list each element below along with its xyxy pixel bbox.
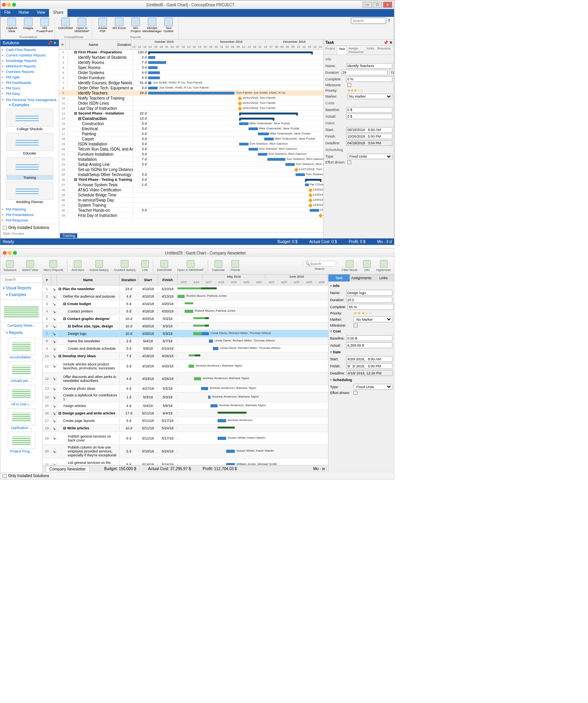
- gantt-row[interactable]: 25Install/Setup Other Technology3 dTom S…: [59, 172, 323, 177]
- gantt-bar[interactable]: [249, 127, 258, 130]
- thumbnail[interactable]: Project Prog...: [8, 432, 35, 454]
- thumbnail[interactable]: College Shedule: [6, 109, 53, 131]
- task-name[interactable]: Create and distribute schedule: [57, 346, 120, 351]
- thumbnail[interactable]: Actuals per ...: [8, 361, 35, 383]
- checkbox-icon[interactable]: [3, 474, 7, 478]
- gantt-row[interactable]: 24Set-up ISDNs for Long Distance11/27/20…: [59, 167, 323, 172]
- gantt-row[interactable]: 10Notify Teachers of Training10/31/2018;…: [59, 96, 323, 101]
- tab-home[interactable]: Home: [15, 9, 33, 17]
- flag-icon[interactable]: ↘: [51, 449, 57, 454]
- zoom-control[interactable]: Mo - w: [313, 467, 325, 471]
- toolbar-button[interactable]: Select View: [20, 259, 40, 272]
- toolbar-button[interactable]: Indent task(s): [88, 259, 110, 272]
- toolbar-button[interactable]: Info: [361, 259, 372, 272]
- tp-tab-assign[interactable]: Assign Resources: [347, 46, 365, 54]
- task-name[interactable]: Last Day of Instruction: [73, 106, 133, 111]
- tp-tab-resource[interactable]: Resource: [376, 46, 392, 54]
- gantt-bar[interactable]: [148, 51, 313, 53]
- ribbon-button[interactable]: DIAGRAM: [58, 18, 73, 33]
- gantt-bar[interactable]: [209, 340, 213, 343]
- gantt-row[interactable]: 13⊟ Second Phase - Installation22 d: [59, 111, 323, 116]
- gantt-row[interactable]: 5Order Systems4 d: [59, 70, 323, 75]
- task-name[interactable]: List general services on the back cover: [57, 460, 120, 465]
- gantt-row[interactable]: 6↘⊟ Define size, type, design10 d4/20/18…: [43, 323, 328, 330]
- ribbon-button[interactable]: Mindjet MindManager: [145, 18, 160, 33]
- gantt-bar[interactable]: [226, 463, 235, 465]
- toolbar-button[interactable]: Solutions: [2, 259, 18, 272]
- task-name[interactable]: Develop photo ideas: [57, 386, 120, 391]
- col-duration[interactable]: Duration: [120, 274, 138, 285]
- flag-icon[interactable]: ↘: [51, 419, 57, 423]
- mac-traffic-lights[interactable]: [3, 251, 17, 255]
- task-name[interactable]: Create page layouts: [57, 418, 120, 423]
- milestone-icon[interactable]: [318, 213, 323, 218]
- gantt-row[interactable]: 10↘⊟ Develop story ideas7 d4/18/184/26/1…: [43, 352, 328, 360]
- flag-icon[interactable]: ↘: [51, 411, 57, 416]
- flag-icon[interactable]: ↘: [51, 287, 57, 291]
- gantt-row[interactable]: 12Last Day of Instruction10/31/2018; Tom…: [59, 106, 323, 111]
- milestone-icon[interactable]: [238, 96, 242, 100]
- task-name[interactable]: Identify Courses, Bridge Needs & Other T…: [73, 81, 133, 85]
- thumbnail[interactable]: Wedding Planner: [6, 182, 53, 204]
- task-name[interactable]: ⊟ First Phase - Preparations: [73, 50, 133, 54]
- gantt-bar[interactable]: [296, 173, 305, 176]
- gantt-row[interactable]: 2↘Define the audience and purpose4 d4/10…: [43, 293, 328, 300]
- gantt-bar[interactable]: [249, 148, 258, 151]
- gantt-row[interactable]: 18Carpet3 dMike Grabowski; Jane Postal: [59, 136, 323, 142]
- sidebar-item[interactable]: PM Easy: [0, 91, 59, 96]
- gantt-row[interactable]: 2Identify Number of Students2 d: [59, 55, 323, 60]
- thumbnail[interactable]: All in One I...: [8, 385, 35, 407]
- search-input[interactable]: [351, 18, 386, 24]
- section-examples[interactable]: Examples: [0, 291, 42, 298]
- toolbar-button[interactable]: Link: [140, 259, 151, 272]
- gantt-row[interactable]: 6Order Furniture4 d: [59, 75, 323, 80]
- task-name[interactable]: ⊟ Construction: [73, 116, 133, 121]
- task-name[interactable]: Publish general services on back cover: [57, 434, 120, 443]
- col-flag[interactable]: [66, 40, 70, 49]
- gantt-row[interactable]: 33First Day of Instruction12/06/2018; Ch…: [59, 213, 323, 218]
- section-reports[interactable]: Reports: [0, 329, 42, 336]
- gantt-row[interactable]: 9Identify Teachers29 dTom Farrell; Joe S…: [59, 91, 323, 96]
- toolbar-button[interactable]: Outdent task(s): [113, 259, 137, 272]
- flag-icon[interactable]: ↘: [51, 347, 57, 351]
- task-name[interactable]: Schedule Bridge Time: [73, 193, 133, 197]
- start-input[interactable]: [346, 127, 392, 133]
- toolbar-button[interactable]: Open in MINDMAP: [176, 259, 205, 272]
- task-name-input[interactable]: [346, 63, 392, 69]
- task-name[interactable]: Name the newsletter: [57, 338, 120, 344]
- zoom-icon[interactable]: [13, 251, 17, 255]
- task-complete-input[interactable]: [346, 76, 392, 82]
- flag-icon[interactable]: ↘: [51, 387, 57, 391]
- gantt-bar[interactable]: [305, 179, 321, 181]
- gantt-bar[interactable]: [218, 419, 226, 422]
- minimize-icon[interactable]: [8, 251, 12, 255]
- sidebar-item[interactable]: MINDMAP Reports: [0, 64, 59, 69]
- milestone-icon[interactable]: [308, 193, 312, 197]
- gantt-bar[interactable]: [178, 295, 185, 298]
- thumbnail[interactable]: Educate: [6, 133, 53, 156]
- col-name[interactable]: Name: [70, 40, 118, 49]
- marker-select[interactable]: No Marker: [354, 316, 392, 322]
- milestone-icon[interactable]: [308, 188, 312, 192]
- sidebar-item[interactable]: PM Docs: [0, 85, 59, 91]
- gantt-row[interactable]: 17Painting4 dMike Grabowski; Jane Postal: [59, 131, 323, 136]
- task-name[interactable]: AT&G Video Certification: [73, 188, 133, 192]
- gantt-row[interactable]: 7↘Design logo10 d4/20/185/3/18Linda Davi…: [43, 330, 328, 338]
- milestone-icon[interactable]: [294, 167, 298, 172]
- baseline-input[interactable]: [346, 107, 392, 113]
- task-duration-unit[interactable]: Days: [389, 70, 394, 75]
- section-visual-reports[interactable]: Visual Reports: [0, 285, 42, 291]
- flag-icon[interactable]: ↘: [51, 376, 57, 381]
- actual-input[interactable]: [346, 342, 392, 348]
- task-duration-input[interactable]: [341, 70, 388, 75]
- zoom-icon[interactable]: [12, 3, 16, 7]
- gantt-row[interactable]: 30In-service/Swap Day12/03/2018; Denise …: [59, 198, 323, 203]
- gantt-row[interactable]: 9↘Create and distribute schedule3 d5/8/1…: [43, 345, 328, 352]
- task-name[interactable]: Install/Setup Other Technology: [73, 173, 133, 177]
- gantt-bar[interactable]: [267, 158, 285, 161]
- gantt-row[interactable]: 11↘Include articles about product launch…: [43, 360, 328, 372]
- flag-icon[interactable]: ↘: [51, 339, 57, 343]
- thumbnail[interactable]: Application ...: [8, 408, 35, 430]
- gantt-row[interactable]: 11Order ISDN Lines10/31/2018; Tom Farrel…: [59, 101, 323, 106]
- task-name[interactable]: ⊟ Contact graphic designer: [57, 316, 120, 322]
